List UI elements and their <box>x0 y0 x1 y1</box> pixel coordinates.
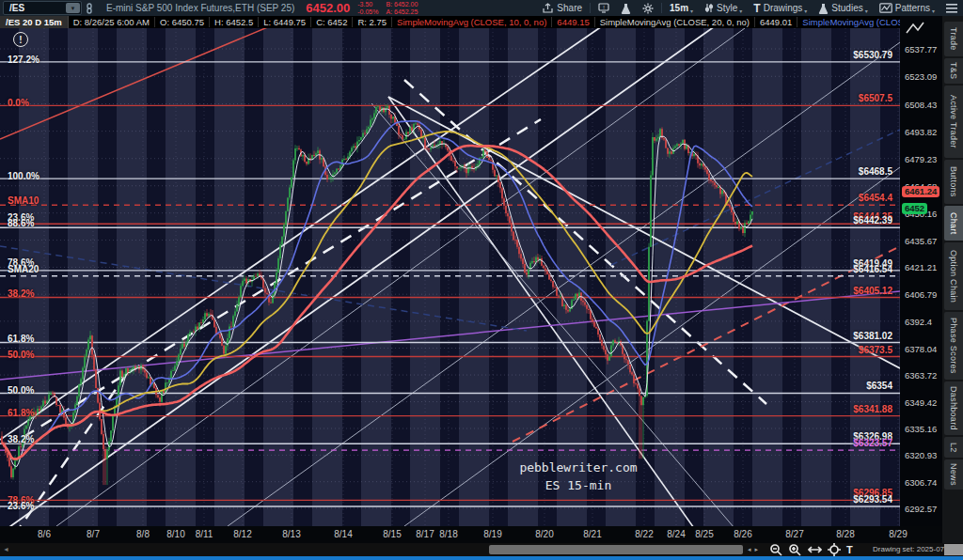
menu-icon[interactable] <box>940 0 963 16</box>
timeframe-button[interactable]: 15m▾ <box>664 0 699 16</box>
trendline-red-ascending[interactable] <box>0 28 299 139</box>
watermark-line2: ES 15-min <box>470 476 687 494</box>
text-tool-icon: T <box>753 2 760 15</box>
x-axis-tick: 8/25 <box>695 529 713 539</box>
x-axis-tick: 8/24 <box>667 529 685 539</box>
watermark: pebblewriter.com ES 15-min <box>470 459 687 494</box>
y-axis-tick: 6435.67 <box>905 236 937 246</box>
sidebar-tab-trade[interactable]: Trade <box>944 22 963 56</box>
study-readout[interactable]: SimpleMovingAvg (CLOSE, 20, 0, no) <box>595 17 755 27</box>
share-button[interactable]: Share <box>536 0 588 16</box>
y-axis-tick: 6493.82 <box>905 127 937 137</box>
alert-icon[interactable]: ! <box>13 32 28 47</box>
pan-icon[interactable] <box>808 543 822 556</box>
bid-ask-stack: B: 6452.00 A: 6452.25 <box>386 1 418 16</box>
bid-value: B: 6452.00 <box>386 1 418 8</box>
studies-button[interactable]: Studies▾ <box>813 0 873 16</box>
change-stack: -3.50 -0.05% <box>357 1 378 16</box>
symbol-description: E-mini S&P 500 Index Futures,ETH (SEP 25… <box>106 3 294 13</box>
y-axis-tick: 6537.77 <box>905 44 937 54</box>
top-toolbar: /ES ▼ E-mini S&P 500 Index Futures,ETH (… <box>0 0 963 16</box>
x-axis-tick: 8/20 <box>535 529 553 539</box>
x-axis-tick: 8/22 <box>635 529 653 539</box>
y-axis-tick: 6406.79 <box>905 289 937 300</box>
alert-report-button[interactable]: ! <box>592 0 615 16</box>
price-axis[interactable]: 6537.776523.096508.436493.826479.236464.… <box>900 16 942 526</box>
y-axis-tick: 6421.21 <box>905 262 937 272</box>
patterns-button[interactable]: Patterns▾ <box>874 0 940 16</box>
x-axis-tick: 8/15 <box>383 529 401 539</box>
window-bottom-edge <box>0 556 963 560</box>
x-axis-tick: 8/8 <box>136 529 150 539</box>
toolbar-separator <box>590 3 591 13</box>
time-axis[interactable]: 8/68/78/88/108/118/128/138/148/158/178/1… <box>0 526 942 543</box>
zoom-in-icon[interactable] <box>788 543 801 556</box>
x-axis-tick: 8/26 <box>734 529 751 539</box>
x-axis-tick: 8/29 <box>889 529 907 539</box>
x-axis-tick: 8/14 <box>334 529 352 539</box>
zoom-out-icon[interactable] <box>769 543 782 556</box>
style-button[interactable]: Style▾ <box>699 0 748 16</box>
scroll-step-arrows[interactable]: ◂▸ <box>748 546 762 553</box>
x-axis-tick: 8/6 <box>38 529 51 539</box>
toolbar-separator <box>661 3 662 13</box>
bar-date: D: 8/26/25 6:00 AM <box>69 17 155 27</box>
x-axis-tick: 8/28 <box>836 529 854 539</box>
symbol-text[interactable]: /ES <box>4 3 66 13</box>
sidebar-tab-chart[interactable]: Chart <box>944 206 963 241</box>
sidebar-tab-option-chain[interactable]: Option Chain <box>944 242 963 310</box>
toolbar-right-group: Share ! 15m▾ Style▾ T Drawings▾ <box>536 0 963 16</box>
text-tool-icon[interactable]: T <box>846 544 853 555</box>
sidebar-tabs: TradeT&SActive TraderButtonsChartOption … <box>942 16 963 543</box>
y-axis-tick: 6292.57 <box>905 504 937 514</box>
thinkorswim-window: /ES ▼ E-mini S&P 500 Index Futures,ETH (… <box>0 0 963 560</box>
scroll-corner <box>944 544 963 555</box>
y-axis-tick: 6523.09 <box>905 71 937 82</box>
trendline-desc-dashed[interactable] <box>404 80 766 404</box>
flask-button[interactable] <box>615 0 637 16</box>
gear-icon[interactable] <box>637 0 659 16</box>
y-axis-tick: 6349.42 <box>905 397 937 408</box>
link-icon[interactable] <box>85 3 94 14</box>
status-bar: /ES 20 D 15m D: 8/26/25 6:00 AM O: 6450.… <box>0 16 963 28</box>
study-readout[interactable]: SimpleMovingAvg (CLOSE, 10, 0, no) <box>392 17 552 27</box>
x-axis-tick: 8/13 <box>282 529 300 539</box>
sidebar-tab-l2[interactable]: L2 <box>944 437 963 458</box>
watermark-line1: pebblewriter.com <box>470 459 687 476</box>
bar-range: R: 2.75 <box>353 17 392 27</box>
change-percent: -0.05% <box>357 8 378 16</box>
horizontal-scrollbar[interactable]: ◄ ◂▸ T Drawing set: 2025-0704 ▾ <box>0 543 963 556</box>
sidebar-tab-active-trader[interactable]: Active Trader <box>944 86 963 158</box>
x-axis-tick: 8/7 <box>87 529 100 539</box>
symbol-input[interactable]: /ES ▼ <box>3 1 82 15</box>
chart-id-label[interactable]: /ES 20 D 15m <box>0 16 69 28</box>
sidebar-tab-news[interactable]: News <box>944 459 963 490</box>
svg-text:!: ! <box>603 5 605 10</box>
x-axis-tick: 8/17 <box>416 529 434 539</box>
x-axis-tick: 8/27 <box>785 529 803 539</box>
symbol-dropdown-button[interactable]: ▼ <box>66 3 80 13</box>
scroll-left-arrow-icon[interactable]: ◄ <box>3 546 9 552</box>
sidebar-tab-t-s[interactable]: T&S <box>944 58 963 84</box>
chart-plot[interactable]: ! pebblewriter.com ES 15-min $6530.79$65… <box>0 28 900 526</box>
study-value: 6449.01 <box>755 17 797 27</box>
price-badge: 6452 <box>902 203 927 214</box>
zigzag-icon[interactable] <box>905 21 925 36</box>
x-axis-tick: 8/18 <box>439 529 457 539</box>
sidebar-tab-phase-scores[interactable]: Phase Scores <box>944 312 963 380</box>
x-axis-tick: 8/11 <box>196 529 213 539</box>
scrollbar-thumb[interactable] <box>489 545 743 554</box>
ask-value: A: 6452.25 <box>386 8 418 16</box>
bar-open: O: 6450.75 <box>155 17 210 27</box>
y-axis-tick: 6479.23 <box>905 154 937 164</box>
y-axis-tick: 6320.93 <box>905 450 937 460</box>
price-badge: 6461.24 <box>902 186 939 197</box>
sidebar-tab-dashboard[interactable]: Dashboard <box>944 381 963 435</box>
study-value: 6449.15 <box>552 17 594 27</box>
drawings-button[interactable]: T Drawings▾ <box>748 0 813 16</box>
studies-strip: SimpleMovingAvg (CLOSE, 10, 0, no)6449.1… <box>392 17 963 27</box>
sidebar-tab-buttons[interactable]: Buttons <box>944 160 963 204</box>
y-axis-tick: 6392.4 <box>905 317 932 327</box>
last-price: 6452.00 <box>306 1 350 15</box>
crosshair-icon[interactable] <box>828 543 841 556</box>
